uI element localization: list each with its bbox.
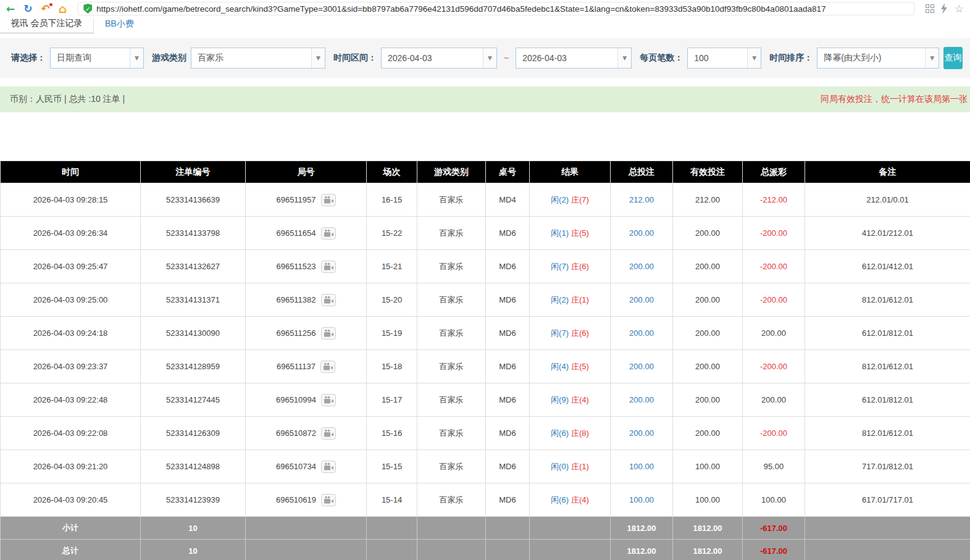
total-bet-link[interactable]: 100.00 (629, 462, 654, 471)
video-replay-icon[interactable] (321, 461, 336, 473)
cell-session: 15-16 (367, 417, 417, 450)
result-player: 闲(6) (551, 495, 569, 504)
table-row: 2026-04-03 09:24:18 523314130090 6965112… (1, 317, 970, 350)
tab-bb-tip[interactable]: BB小费 (94, 19, 145, 33)
cell-time: 2026-04-03 09:25:00 (1, 283, 141, 317)
total-count: 10 (141, 540, 246, 560)
cell-bet-id: 523314133798 (141, 217, 246, 250)
result-player: 闲(6) (551, 428, 569, 438)
total-bet-link[interactable]: 200.00 (629, 295, 654, 304)
cell-bet-id: 523314128959 (141, 350, 246, 383)
total-bet-link[interactable]: 200.00 (629, 328, 654, 338)
video-replay-icon[interactable] (321, 494, 336, 506)
cell-time: 2026-04-03 09:20:45 (1, 483, 141, 517)
search-button[interactable]: 查询 (943, 47, 963, 69)
total-bet-link[interactable]: 200.00 (629, 262, 654, 271)
column-header: 局号 (246, 161, 367, 183)
result-banker: 庄(1) (571, 462, 589, 471)
chevron-down-icon[interactable]: ▼ (130, 48, 143, 68)
date-from-select[interactable]: 2026-04-03 ▼ (381, 48, 497, 69)
range-separator: ~ (501, 53, 511, 63)
select-type-label: 请选择： (11, 52, 46, 64)
game-type-value: 百家乐 (191, 48, 311, 68)
cell-table-no: MD6 (486, 317, 530, 350)
cell-round: 696511382 (246, 283, 367, 317)
total-bet-link[interactable]: 212.00 (629, 195, 654, 204)
bookmark-star-icon[interactable]: ☆ (955, 2, 964, 15)
result-player: 闲(0) (551, 462, 569, 471)
result-banker: 庄(6) (571, 262, 589, 271)
cell-bet-id: 523314130090 (141, 317, 246, 350)
currency-summary-text: 币别：人民币 | 总共 :10 注单 | (10, 94, 125, 105)
cell-payout: 200.00 (743, 383, 805, 417)
cell-payout: -200.00 (743, 217, 805, 250)
cell-bet-id: 523314124898 (141, 450, 246, 483)
back-icon[interactable]: ← (6, 4, 15, 14)
chevron-down-icon[interactable]: ▼ (925, 48, 939, 68)
game-type-select[interactable]: 百家乐 ▼ (191, 48, 325, 69)
chevron-down-icon[interactable]: ▼ (617, 48, 631, 68)
total-bet-link[interactable]: 200.00 (629, 228, 654, 238)
video-replay-icon[interactable] (320, 361, 335, 373)
cell-result: 闲(6)庄(8) (530, 417, 611, 450)
video-replay-icon[interactable] (321, 394, 336, 406)
total-payout: -617.00 (743, 540, 805, 560)
home-icon[interactable]: ⌂ (59, 3, 67, 15)
round-number: 696511957 (276, 195, 316, 204)
cell-valid-bet: 100.00 (673, 450, 743, 483)
cell-bet-id: 523314131371 (141, 283, 246, 317)
cell-bet-id: 523314123939 (141, 483, 246, 517)
valid-bet-hint-text: 同局有效投注，统一计算在该局第一张 (821, 94, 968, 105)
cell-result: 闲(4)庄(5) (530, 350, 611, 383)
cell-game-type: 百家乐 (417, 350, 486, 383)
chevron-down-icon[interactable]: ▼ (483, 48, 496, 68)
cell-time: 2026-04-03 09:28:15 (1, 183, 141, 217)
video-replay-icon[interactable] (321, 427, 336, 440)
browser-chrome: ← ↻ ↶ ⌂ ✓ https://iohetf.com/game/betrec… (0, 0, 970, 17)
sort-order-select[interactable]: 降幂(由大到小) ▼ (817, 48, 939, 69)
cell-session: 15-22 (367, 217, 417, 250)
video-replay-icon[interactable] (321, 261, 336, 273)
cell-session: 15-18 (367, 350, 417, 383)
chevron-down-icon[interactable]: ▼ (747, 48, 761, 68)
extensions-grid-icon[interactable] (926, 4, 934, 13)
chevron-down-icon[interactable]: ▼ (311, 48, 325, 68)
date-to-value: 2026-04-03 (516, 48, 617, 68)
lightning-icon[interactable] (941, 3, 948, 14)
total-bet-link[interactable]: 200.00 (629, 362, 654, 371)
video-replay-icon[interactable] (321, 327, 336, 340)
cell-round: 696511256 (246, 317, 367, 350)
date-to-select[interactable]: 2026-04-03 ▼ (516, 48, 632, 69)
cell-result: 闲(0)庄(1) (530, 450, 611, 483)
round-number: 696511256 (276, 328, 316, 338)
query-type-select[interactable]: 日期查询 ▼ (50, 48, 144, 69)
result-banker: 庄(7) (571, 195, 589, 204)
total-bet-link[interactable]: 200.00 (629, 395, 654, 404)
refresh-icon[interactable]: ↻ (23, 4, 32, 14)
video-replay-icon[interactable] (321, 194, 336, 206)
cell-session: 16-15 (367, 183, 417, 217)
url-bar[interactable]: ✓ https://iohetf.com/game/betrecord_sear… (78, 2, 914, 15)
table-header-row: 时间注单编号局号场次游戏类别桌号结果总投注有效投注总派彩备注 (1, 161, 970, 183)
video-replay-icon[interactable] (321, 294, 336, 306)
subtotal-count: 10 (141, 517, 246, 540)
page-size-label: 每页笔数： (640, 52, 683, 64)
page-size-select[interactable]: 100 ▼ (687, 48, 761, 69)
tab-video-bet-record[interactable]: 视讯 会员下注记录 (0, 18, 94, 33)
cell-table-no: MD6 (486, 450, 530, 483)
table-row: 2026-04-03 09:26:34 523314133798 6965116… (1, 217, 970, 250)
result-player: 闲(4) (551, 362, 569, 371)
table-row: 2026-04-03 09:22:48 523314127445 6965109… (1, 383, 970, 417)
url-text[interactable]: https://iohetf.com/game/betrecord_search… (96, 4, 826, 14)
cell-payout: 95.00 (743, 450, 805, 483)
undo-icon[interactable]: ↶ (41, 4, 50, 14)
video-replay-icon[interactable] (321, 227, 336, 240)
result-banker: 庄(5) (571, 362, 589, 371)
subtotal-row: 小计 10 1812.00 1812.00 -617.00 (1, 517, 970, 540)
total-row: 总计 10 1812.00 1812.00 -617.00 (1, 540, 970, 560)
time-range-label: 时间区间： (333, 52, 377, 64)
total-bet-link[interactable]: 100.00 (629, 495, 654, 504)
total-bet-link[interactable]: 200.00 (629, 428, 654, 438)
table-row: 2026-04-03 09:25:00 523314131371 6965113… (1, 283, 970, 317)
cell-round: 696510734 (246, 450, 367, 483)
